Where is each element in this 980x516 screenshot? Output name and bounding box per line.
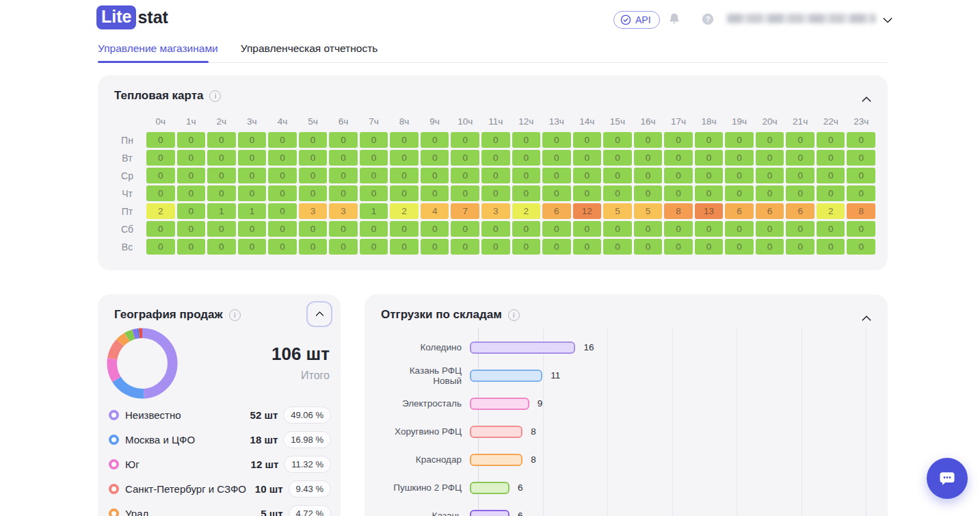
heatmap-cell: 0 xyxy=(299,150,328,166)
bar-track: 8 xyxy=(470,426,866,438)
legend-item[interactable]: Неизвестно52 шт49.06 % xyxy=(109,402,331,427)
heatmap-cell: 0 xyxy=(573,132,602,148)
heatmap-cell: 0 xyxy=(695,185,724,201)
heatmap-cell: 0 xyxy=(786,221,815,237)
heatmap-cell: 0 xyxy=(268,150,297,166)
heatmap-cell: 0 xyxy=(817,168,845,183)
info-icon[interactable]: i xyxy=(209,90,221,102)
heatmap-hour-label: 15ч xyxy=(603,114,632,130)
bar-track: 16 xyxy=(470,341,866,354)
heatmap-hour-label: 12ч xyxy=(512,114,541,130)
notifications-button[interactable] xyxy=(667,12,682,27)
heatmap-cell: 0 xyxy=(451,132,479,148)
heatmap-cell: 0 xyxy=(481,132,510,148)
heatmap-cell: 0 xyxy=(329,150,358,166)
heatmap-cell: 3 xyxy=(329,203,358,219)
heatmap-cell: 0 xyxy=(299,185,328,201)
legend-item[interactable]: Юг12 шт11.32 % xyxy=(109,452,331,476)
heatmap-cell: 0 xyxy=(664,132,693,148)
heatmap-cell: 0 xyxy=(847,185,875,201)
heatmap-cell: 3 xyxy=(481,203,510,219)
heatmap-day-label: Вт xyxy=(110,150,144,166)
heatmap-hour-label: 0ч xyxy=(146,114,175,130)
legend-percent-badge: 11.32 % xyxy=(284,456,331,473)
heatmap-day-label: Чт xyxy=(110,185,144,201)
heatmap-hour-label: 5ч xyxy=(299,114,328,130)
heatmap-cell: 0 xyxy=(817,221,845,237)
user-name-redacted[interactable] xyxy=(727,14,876,23)
heatmap-cell: 0 xyxy=(390,185,419,201)
bar-row: Хоругвино РФЦ8 xyxy=(381,417,871,446)
heatmap-cell: 0 xyxy=(177,221,206,237)
heatmap-cell: 0 xyxy=(512,221,541,237)
heatmap-cell: 0 xyxy=(573,221,602,237)
legend-item[interactable]: Санкт-Петербург и СЗФО10 шт9.43 % xyxy=(109,476,331,501)
heatmap-cell: 1 xyxy=(207,203,236,219)
heatmap-cell: 0 xyxy=(360,168,388,183)
heatmap-cell: 0 xyxy=(329,185,358,201)
bar xyxy=(470,398,529,410)
heatmap-cell: 0 xyxy=(207,132,236,148)
heatmap-cell: 0 xyxy=(360,239,388,255)
geography-total: 106 шт Итого xyxy=(272,344,330,382)
bar-track: 6 xyxy=(470,482,866,494)
heatmap-cell: 0 xyxy=(207,239,236,255)
check-circle-icon xyxy=(620,14,631,25)
user-menu-chevron-down-icon[interactable] xyxy=(883,14,892,23)
heatmap-hour-label: 10ч xyxy=(451,114,479,130)
bar-value: 16 xyxy=(583,342,594,352)
heatmap-cell: 0 xyxy=(451,221,479,237)
heatmap-cell: 0 xyxy=(756,132,784,148)
legend-count: 10 шт xyxy=(255,483,283,495)
heatmap-cell: 6 xyxy=(725,203,754,219)
legend-percent-badge: 4.72 % xyxy=(289,505,331,516)
heatmap-hour-label: 22ч xyxy=(817,114,845,130)
legend-count: 52 шт xyxy=(250,409,278,421)
info-icon[interactable]: i xyxy=(508,309,520,321)
active-tab-underline xyxy=(98,61,209,63)
legend-item[interactable]: Москва и ЦФО18 шт16.98 % xyxy=(109,427,331,452)
heatmap-cell: 3 xyxy=(299,203,328,219)
api-badge[interactable]: API xyxy=(613,11,660,29)
heatmap-cell: 8 xyxy=(664,203,693,219)
heatmap-cell: 0 xyxy=(421,221,449,237)
legend-label: Санкт-Петербург и СЗФО xyxy=(125,483,255,495)
heatmap-cell: 0 xyxy=(238,168,267,183)
bar-label: Пушкино 2 РФЦ xyxy=(381,482,470,493)
info-icon[interactable]: i xyxy=(229,309,241,321)
heatmap-cell: 0 xyxy=(786,239,815,255)
bell-icon xyxy=(667,12,682,27)
heatmap-cell: 0 xyxy=(268,132,297,148)
heatmap-cell: 0 xyxy=(695,132,724,148)
heatmap-cell: 0 xyxy=(634,168,663,183)
heatmap-hour-label: 14ч xyxy=(573,114,602,130)
legend-item[interactable]: Урал5 шт4.72 % xyxy=(109,501,331,516)
bar xyxy=(470,370,542,382)
heatmap-cell: 0 xyxy=(268,185,297,201)
bar xyxy=(470,426,522,438)
legend-dot-icon xyxy=(109,484,119,494)
legend-percent-badge: 49.06 % xyxy=(283,407,331,424)
heatmap-cell: 2 xyxy=(146,203,175,219)
heatmap-day-label: Пт xyxy=(110,203,144,219)
heatmap-cell: 0 xyxy=(421,150,449,166)
bar-label: Краснодар xyxy=(381,454,470,465)
heatmap-cell: 0 xyxy=(664,150,693,166)
heatmap-cell: 0 xyxy=(268,203,297,219)
heatmap-cell: 0 xyxy=(146,150,175,166)
heatmap-day-label: Вс xyxy=(110,239,144,255)
geography-collapse-button[interactable] xyxy=(306,301,332,327)
heatmap-cell: 0 xyxy=(634,221,663,237)
heatmap-cell: 0 xyxy=(847,221,875,237)
legend-dot-icon xyxy=(109,410,119,420)
heatmap-cell: 0 xyxy=(360,185,388,201)
heatmap-corner xyxy=(110,114,144,130)
heatmap-cell: 0 xyxy=(360,150,388,166)
heatmap-hour-label: 8ч xyxy=(390,114,419,130)
chat-button[interactable] xyxy=(927,458,968,499)
warehouses-card: Отгрузки по складам i Коледино16Казань Р… xyxy=(365,294,888,516)
heatmap-cell: 0 xyxy=(238,132,267,148)
help-button[interactable]: ? xyxy=(700,12,715,27)
chevron-up-icon xyxy=(315,311,324,320)
heatmap-cell: 0 xyxy=(634,150,663,166)
